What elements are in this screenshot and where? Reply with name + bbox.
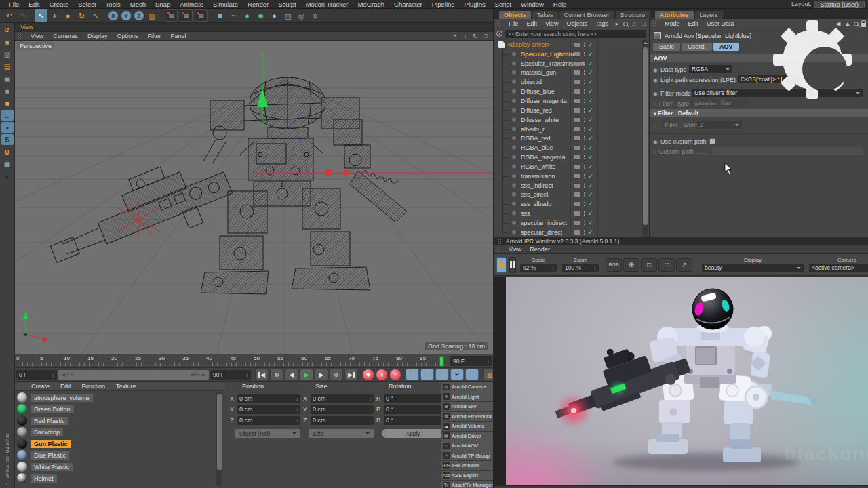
material-name[interactable]: Blue Plastic: [31, 451, 69, 460]
arnold-light-item[interactable]: ☀ Arnold Light: [441, 392, 500, 402]
menu-item[interactable]: Window: [516, 0, 549, 9]
object-row[interactable]: sss ✓: [494, 209, 642, 218]
lpe-input[interactable]: C<RS['coat']>.*: [738, 75, 800, 83]
object-row[interactable]: RGBA_magenta ✓: [494, 152, 642, 162]
stepper-icon[interactable]: [370, 406, 372, 413]
display-dropdown[interactable]: beauty: [702, 264, 804, 272]
object-row[interactable]: Difusse_white ✓: [494, 115, 642, 125]
asset-tx-manager-item[interactable]: Tx Asset/Tx Manager: [441, 481, 500, 488]
object-name[interactable]: RGBA_red: [521, 135, 551, 142]
panel-tab[interactable]: Attributes: [655, 11, 694, 19]
object-name[interactable]: albedo_r: [521, 126, 545, 133]
last-tool-button[interactable]: ↖: [89, 9, 102, 22]
key-parameter-button[interactable]: P: [450, 369, 464, 380]
material-preview-sphere[interactable]: [17, 462, 27, 472]
viewport-menu-item[interactable]: Panel: [165, 33, 191, 39]
aov-node-icon[interactable]: [510, 220, 518, 226]
move-button[interactable]: +: [48, 9, 61, 22]
aov-node-icon[interactable]: [510, 127, 518, 132]
attributes-menu-item[interactable]: Mode: [660, 20, 684, 27]
object-name[interactable]: transmission: [521, 173, 555, 180]
scale-button[interactable]: ■: [62, 9, 75, 22]
layer-chip-icon[interactable]: [574, 61, 580, 66]
layer-chip-icon[interactable]: [574, 174, 580, 179]
search-icon[interactable]: [623, 22, 628, 26]
material-item[interactable]: Green Button: [15, 403, 216, 415]
aov-node-icon[interactable]: [510, 117, 518, 123]
orbit-icon[interactable]: ↻: [471, 33, 479, 40]
layer-mode-button[interactable]: ▤: [1, 61, 14, 72]
viewport-nav-button[interactable]: ●: [1, 122, 14, 133]
undo-button[interactable]: ↶: [3, 9, 16, 22]
object-name[interactable]: RGBA_white: [521, 163, 556, 170]
menu-item[interactable]: Tools: [101, 0, 125, 9]
enabled-check-icon[interactable]: ✓: [588, 220, 593, 226]
material-name[interactable]: Backdrop: [31, 428, 63, 436]
enabled-check-icon[interactable]: ✓: [588, 191, 593, 198]
layer-chip-icon[interactable]: [574, 145, 580, 150]
visibility-dots-icon[interactable]: [583, 127, 585, 132]
objects-menu-item[interactable]: Edit: [523, 20, 542, 27]
key-pla-button[interactable]: ∷: [465, 369, 479, 380]
arnold-driver-item[interactable]: ▤ Arnold Driver: [441, 432, 500, 441]
projection-label[interactable]: Perspective: [17, 42, 54, 50]
aov-node-icon[interactable]: [510, 164, 518, 169]
material-name[interactable]: Helmet: [31, 474, 57, 483]
view-tab[interactable]: View: [15, 24, 39, 30]
visibility-dots-icon[interactable]: [583, 61, 585, 66]
pixel-inspect-button[interactable]: ∷: [658, 258, 675, 272]
object-row[interactable]: sss_direct ✓: [494, 190, 642, 200]
visibility-dots-icon[interactable]: [583, 52, 585, 57]
menu-item[interactable]: Animate: [175, 0, 208, 9]
points-mode-button[interactable]: ■: [1, 85, 14, 96]
object-name[interactable]: material_gun: [521, 69, 556, 76]
visibility-dots-icon[interactable]: [583, 192, 585, 197]
object-row[interactable]: Diffuse_magenta ✓: [494, 96, 642, 106]
enabled-check-icon[interactable]: ✓: [588, 135, 593, 142]
object-name[interactable]: Diffuse_magenta: [521, 98, 567, 104]
loop-button[interactable]: ↻: [270, 369, 283, 380]
enabled-check-icon[interactable]: ✓: [588, 173, 593, 180]
key-scale-button[interactable]: ■: [420, 369, 434, 380]
rotation-input[interactable]: 0 °: [384, 405, 447, 414]
make-editable-button[interactable]: ↺: [1, 24, 14, 35]
coordinate-mode-dropdown[interactable]: Object (Rel): [235, 429, 300, 438]
enabled-check-icon[interactable]: ✓: [588, 107, 593, 114]
enabled-check-icon[interactable]: ✓: [588, 182, 593, 189]
menu-item[interactable]: Script: [490, 0, 516, 9]
materials-menu-item[interactable]: Create: [26, 383, 55, 390]
enabled-check-icon[interactable]: ✓: [588, 88, 593, 95]
enabled-check-icon[interactable]: ✓: [588, 79, 593, 85]
objects-menu-item[interactable]: Objects: [562, 20, 591, 27]
param-dot-icon[interactable]: [653, 138, 658, 145]
home-icon[interactable]: ⌂: [631, 20, 637, 28]
scale-field[interactable]: 62 %: [520, 264, 557, 272]
material-preview-sphere[interactable]: [17, 392, 27, 403]
menu-item[interactable]: Mesh: [125, 0, 151, 9]
ass-export-item[interactable]: Ass ASS Export: [441, 471, 500, 481]
aov-node-icon[interactable]: [498, 41, 505, 48]
record-keyframe-button[interactable]: ◆: [362, 369, 374, 381]
stepper-icon[interactable]: [488, 358, 490, 365]
arnold-volume-item[interactable]: ☁ Arnold Volume: [441, 422, 500, 431]
visibility-dots-icon[interactable]: [583, 164, 585, 169]
cycle-button[interactable]: ↺: [330, 369, 343, 380]
material-item[interactable]: Helmet: [15, 472, 216, 484]
layer-chip-icon[interactable]: [574, 79, 580, 85]
visibility-dots-icon[interactable]: [583, 136, 585, 141]
ipr-render-area[interactable]: blackone: [494, 277, 868, 486]
aov-node-icon[interactable]: [510, 89, 518, 94]
attributes-menu-item[interactable]: User Data: [703, 20, 738, 27]
scroll-up-icon[interactable]: [642, 40, 648, 46]
layer-chip-icon[interactable]: [574, 201, 580, 207]
grip-icon[interactable]: [18, 33, 22, 39]
materials-scrollbar[interactable]: [216, 392, 222, 486]
enabled-check-icon[interactable]: ✓: [588, 51, 593, 58]
ipr-pause-button[interactable]: [509, 257, 516, 273]
texture-mode-button[interactable]: ▨: [1, 49, 14, 60]
material-item[interactable]: White Plastic: [15, 461, 216, 472]
aov-node-icon[interactable]: [510, 211, 518, 216]
material-item[interactable]: Red Plastic: [15, 415, 216, 426]
panel-tab[interactable]: Takes: [532, 11, 558, 19]
render-region-button[interactable]: ▦: [180, 9, 193, 22]
